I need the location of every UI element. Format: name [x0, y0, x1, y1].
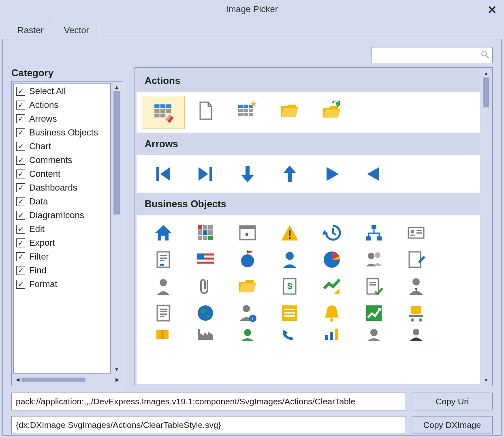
scroll-up-icon[interactable]: ▲	[112, 83, 121, 91]
svg-point-0	[482, 51, 487, 56]
image-refresh-folder[interactable]	[311, 96, 353, 125]
image-globe-icon[interactable]	[184, 300, 226, 326]
category-vscrollbar[interactable]: ▲ ▼	[112, 83, 121, 374]
tab-raster[interactable]: Raster	[7, 21, 54, 39]
image-user-icon[interactable]	[269, 246, 311, 273]
image-arrow-first[interactable]	[142, 159, 184, 189]
svg-rect-106	[335, 329, 338, 340]
category-arrows[interactable]: ✓Arrows	[14, 112, 110, 126]
category-data[interactable]: ✓Data	[14, 195, 110, 208]
category-business-objects[interactable]: ✓Business Objects	[14, 126, 110, 140]
scroll-down-icon[interactable]: ▼	[482, 376, 491, 384]
image-pie-chart-icon[interactable]	[311, 246, 353, 273]
image-notes-icon[interactable]	[142, 246, 184, 273]
image-warning-icon[interactable]	[269, 219, 311, 246]
image-calendar-icon[interactable]	[226, 219, 269, 246]
image-user-info-icon[interactable]: i	[226, 300, 269, 326]
image-phone-icon[interactable]	[269, 326, 311, 343]
search-box[interactable]	[371, 47, 493, 63]
category-filter[interactable]: ✓Filter	[14, 250, 110, 264]
svg-point-69	[375, 252, 380, 258]
svg-rect-91	[284, 312, 295, 313]
image-clear-table-style[interactable]	[142, 96, 184, 129]
image-cart-icon[interactable]	[395, 300, 437, 326]
image-document-icon[interactable]	[142, 300, 184, 326]
gallery-vscrollbar[interactable]: ▲ ▼	[482, 69, 491, 384]
category-select-all[interactable]: ✓Select All	[14, 84, 110, 98]
image-chart-check-icon[interactable]	[311, 273, 353, 300]
category-dashboards[interactable]: ✓Dashboards	[14, 181, 110, 195]
scroll-right-icon[interactable]: ▶	[113, 377, 121, 382]
svg-rect-25	[246, 166, 250, 176]
svg-rect-16	[238, 113, 243, 116]
category-comments[interactable]: ✓Comments	[14, 153, 110, 167]
image-history-icon[interactable]	[311, 219, 353, 246]
category-content[interactable]: ✓Content	[14, 167, 110, 181]
category-actions[interactable]: ✓Actions	[14, 98, 110, 112]
category-diagram-icons[interactable]: ✓DiagramIcons	[14, 208, 110, 222]
image-id-card-icon[interactable]	[395, 219, 437, 246]
svg-marker-28	[284, 165, 296, 173]
image-attachment-icon[interactable]	[184, 273, 226, 300]
image-flag-globe-icon[interactable]	[226, 246, 269, 273]
scroll-left-icon[interactable]: ◀	[13, 377, 21, 382]
scroll-thumb[interactable]	[113, 91, 120, 215]
image-arrow-up[interactable]	[269, 159, 311, 189]
image-doc-check-icon[interactable]	[353, 273, 395, 300]
image-currency-icon[interactable]: $	[269, 273, 311, 300]
category-export[interactable]: ✓Export	[14, 236, 110, 250]
scroll-down-icon[interactable]: ▼	[112, 365, 121, 374]
image-user-green-icon[interactable]	[226, 326, 269, 343]
uri-textbox[interactable]: pack://application:,,,/DevExpress.Images…	[11, 393, 406, 410]
image-factory-icon[interactable]	[184, 326, 226, 343]
image-suit-user-icon[interactable]	[395, 326, 437, 343]
category-edit[interactable]: ✓Edit	[14, 222, 110, 236]
svg-rect-92	[284, 315, 295, 317]
image-list-icon[interactable]	[269, 300, 311, 326]
svg-rect-38	[198, 236, 202, 240]
category-chart[interactable]: ✓Chart	[14, 140, 110, 153]
svg-text:i: i	[252, 316, 254, 322]
group-arrows	[137, 155, 480, 193]
image-edit-note-icon[interactable]	[395, 246, 437, 273]
image-users-icon[interactable]	[353, 246, 395, 273]
close-icon[interactable]: ✕	[487, 3, 497, 17]
category-find[interactable]: ✓Find	[14, 264, 110, 277]
copy-uri-button[interactable]: Copy Uri	[412, 393, 493, 410]
image-user-gray-icon[interactable]	[353, 326, 395, 343]
image-open-folder[interactable]	[269, 96, 311, 125]
image-new-document[interactable]	[184, 96, 226, 125]
tab-vector[interactable]: Vector	[54, 21, 99, 39]
search-input[interactable]	[375, 51, 481, 60]
image-arrow-last[interactable]	[184, 159, 226, 189]
image-bell-icon[interactable]	[311, 300, 353, 326]
svg-rect-35	[198, 230, 202, 235]
group-business-objects: $ i	[137, 215, 480, 347]
scroll-thumb[interactable]	[483, 77, 489, 107]
svg-rect-76	[369, 282, 376, 283]
image-business-user-icon[interactable]	[395, 273, 437, 300]
search-icon[interactable]	[481, 50, 489, 60]
image-contact-icon[interactable]	[142, 273, 184, 300]
image-package-icon[interactable]	[142, 326, 184, 343]
svg-point-93	[330, 318, 333, 322]
image-arrow-prev[interactable]	[353, 159, 395, 189]
category-format[interactable]: ✓Format	[14, 277, 110, 291]
svg-marker-74	[334, 288, 340, 294]
copy-dximage-button[interactable]: Copy DXImage	[412, 416, 493, 434]
image-bar-chart-icon[interactable]	[311, 326, 353, 343]
category-hscrollbar[interactable]: ◀ ▶	[13, 375, 121, 384]
image-home-icon[interactable]	[142, 219, 184, 246]
image-arrow-play[interactable]	[311, 159, 353, 189]
scroll-up-icon[interactable]: ▲	[482, 69, 491, 77]
image-org-chart-icon[interactable]	[353, 219, 395, 246]
image-usa-flag-icon[interactable]	[184, 246, 226, 273]
svg-rect-104	[325, 335, 328, 340]
image-color-grid-icon[interactable]	[184, 219, 226, 246]
image-folder-icon[interactable]	[226, 273, 269, 300]
image-new-table-style[interactable]	[226, 96, 269, 125]
image-arrow-down[interactable]	[226, 159, 269, 189]
dximage-textbox[interactable]: {dx:DXImage SvgImages/Actions/ClearTable…	[11, 416, 406, 434]
scroll-thumb[interactable]	[21, 378, 85, 382]
image-trend-icon[interactable]	[353, 300, 395, 326]
